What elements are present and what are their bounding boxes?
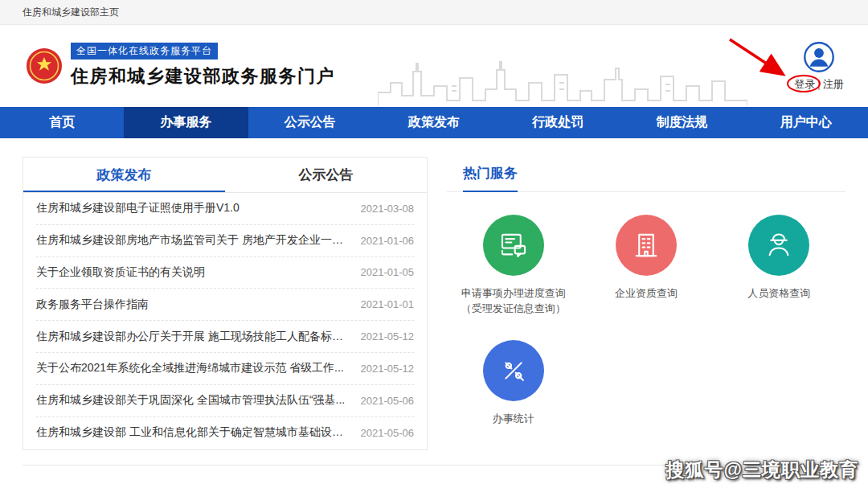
login-link[interactable]: 登录: [794, 78, 815, 90]
service-label: 人员资格查询: [747, 285, 810, 301]
site-title: 住房和城乡建设部政务服务门户: [71, 64, 335, 88]
nav-item-admin-penalty[interactable]: 行政处罚: [496, 107, 620, 138]
news-title: 住房和城乡建设部 工业和信息化部关于确定智慧城市基础设施...: [36, 425, 350, 440]
site-header: 全国一体化在线政务服务平台 住房和城乡建设部政务服务门户 登录|注册: [0, 25, 868, 107]
hot-services-panel: 热门服务 申请事项办理进度查询 （受理发证信息查询）: [447, 157, 845, 450]
hot-services-header: 热门服务: [447, 157, 845, 192]
news-title: 政务服务平台操作指南: [36, 297, 350, 312]
auth-divider: |: [817, 78, 820, 90]
progress-query-icon: [483, 215, 544, 276]
nav-item-services[interactable]: 办事服务: [124, 107, 248, 138]
services-grid: 申请事项办理进度查询 （受理发证信息查询） 企业资质查询: [447, 192, 845, 427]
news-date: 2021-03-08: [361, 203, 415, 215]
statistics-icon: [483, 340, 544, 401]
platform-badge: 全国一体化在线政务服务平台: [71, 43, 218, 59]
nav-item-user-center[interactable]: 用户中心: [744, 107, 868, 138]
news-list: 住房和城乡建设部电子证照使用手册V1.0 2021-03-08 住房和城乡建设部…: [23, 193, 427, 449]
service-personnel-qualification[interactable]: 人员资格查询: [713, 215, 845, 316]
news-list-item[interactable]: 住房和城乡建设部电子证照使用手册V1.0 2021-03-08: [36, 193, 414, 225]
nav-item-home[interactable]: 首页: [0, 107, 124, 138]
main-nav: 首页 办事服务 公示公告 政策发布 行政处罚 制度法规 用户中心: [0, 107, 868, 138]
service-enterprise-qualification[interactable]: 企业资质查询: [579, 215, 712, 316]
service-label: 办事统计: [493, 411, 534, 427]
personnel-qualification-icon: [748, 215, 809, 276]
national-emblem-logo: [26, 47, 63, 84]
news-date: 2021-05-12: [361, 330, 415, 342]
news-title: 住房和城乡建设部办公厅关于开展 施工现场技能工人配备标准...: [36, 330, 350, 344]
news-list-item[interactable]: 住房和城乡建设部办公厅关于开展 施工现场技能工人配备标准... 2021-05-…: [36, 321, 414, 353]
nav-item-policy-release[interactable]: 政策发布: [372, 107, 496, 138]
tab-public-notice[interactable]: 公示公告: [225, 158, 427, 192]
news-date: 2021-01-05: [361, 266, 415, 278]
service-label: 企业资质查询: [615, 285, 678, 301]
register-link[interactable]: 注册: [823, 78, 844, 90]
news-panel: 政策发布 公示公告 住房和城乡建设部电子证照使用手册V1.0 2021-03-0…: [23, 157, 428, 450]
news-list-item[interactable]: 住房和城乡建设部房地产市场监管司关于 房地产开发企业一级... 2021-01-…: [36, 225, 414, 257]
news-list-item[interactable]: 住房和城乡建设部关于巩固深化 全国城市管理执法队伍“强基... 2021-05-…: [36, 385, 414, 417]
tab-policy-release[interactable]: 政策发布: [23, 158, 225, 192]
service-progress-query[interactable]: 申请事项办理进度查询 （受理发证信息查询）: [447, 215, 579, 316]
news-date: 2021-01-01: [361, 298, 415, 310]
news-list-item[interactable]: 关于公布2021年系统化全域推进海绵城市建设示范 省级工作... 2021-05…: [36, 353, 414, 385]
news-list-item[interactable]: 住房和城乡建设部 工业和信息化部关于确定智慧城市基础设施... 2021-05-…: [36, 417, 414, 449]
auth-links: 登录|注册: [789, 77, 849, 92]
news-date: 2021-05-06: [361, 427, 415, 439]
news-list-item[interactable]: 关于企业领取资质证书的有关说明 2021-01-05: [36, 257, 414, 289]
news-date: 2021-01-06: [361, 235, 415, 247]
service-statistics[interactable]: 办事统计: [447, 340, 579, 427]
ministry-home-link[interactable]: 住房和城乡建设部主页: [23, 6, 119, 19]
site-title-block: 全国一体化在线政务服务平台 住房和城乡建设部政务服务门户: [71, 43, 335, 88]
news-title: 住房和城乡建设部电子证照使用手册V1.0: [36, 201, 350, 215]
user-avatar-icon[interactable]: [803, 41, 835, 73]
main-content: 政策发布 公示公告 住房和城乡建设部电子证照使用手册V1.0 2021-03-0…: [0, 138, 868, 450]
watermark: 搜狐号@三境职业教育: [666, 457, 858, 482]
news-title: 关于公布2021年系统化全域推进海绵城市建设示范 省级工作...: [36, 361, 350, 375]
service-label: 申请事项办理进度查询: [461, 285, 566, 301]
hot-services-title: 热门服务: [463, 157, 518, 192]
service-sublabel: （受理发证信息查询）: [461, 301, 566, 316]
skyline-graphic: [378, 55, 747, 107]
news-tabs: 政策发布 公示公告: [23, 158, 427, 193]
user-area: 登录|注册: [789, 41, 849, 92]
news-title: 住房和城乡建设部关于巩固深化 全国城市管理执法队伍“强基...: [36, 393, 350, 408]
nav-item-regulations[interactable]: 制度法规: [620, 107, 743, 138]
news-list-item[interactable]: 政务服务平台操作指南 2021-01-01: [36, 289, 414, 321]
enterprise-qualification-icon: [616, 215, 677, 276]
news-title: 住房和城乡建设部房地产市场监管司关于 房地产开发企业一级...: [36, 233, 350, 248]
news-date: 2021-05-06: [361, 395, 415, 407]
top-utility-bar: 住房和城乡建设部主页: [0, 0, 868, 25]
news-title: 关于企业领取资质证书的有关说明: [36, 265, 350, 280]
news-date: 2021-05-12: [361, 363, 415, 375]
nav-item-public-notice[interactable]: 公示公告: [248, 107, 372, 138]
